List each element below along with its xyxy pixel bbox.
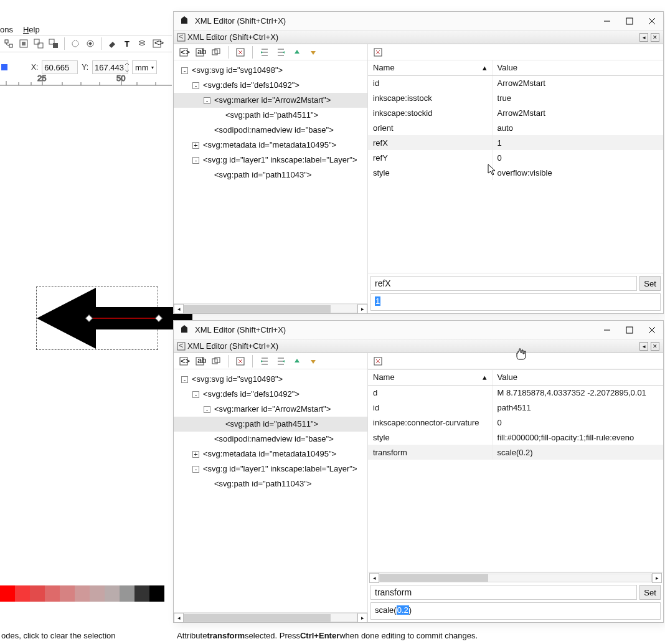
tb-3[interactable]: [47, 37, 60, 50]
tree-hscroll[interactable]: ◂▸: [174, 612, 367, 622]
set-button[interactable]: Set: [639, 276, 661, 291]
swatch[interactable]: [75, 585, 90, 602]
tree-node[interactable]: -<svg:marker id="Arrow2Mstart">: [174, 402, 367, 417]
collapse-icon[interactable]: -: [204, 97, 210, 104]
attr-value-input[interactable]: 1: [370, 293, 661, 311]
panel-collapse-button[interactable]: ◂: [639, 33, 648, 42]
new-node-button[interactable]: <>: [177, 46, 190, 59]
tree-node[interactable]: <sodipodi:namedview id="base">: [174, 432, 367, 447]
tree-node[interactable]: +<svg:metadata id="metadata10495">: [174, 447, 367, 462]
tree-node[interactable]: <svg:path id="path4511">: [174, 108, 367, 123]
swatch[interactable]: [15, 585, 30, 602]
tree-node[interactable]: <svg:path id="path11043">: [174, 476, 367, 491]
attr-row[interactable]: refY0: [368, 150, 663, 165]
collapse-icon[interactable]: -: [192, 391, 199, 398]
swatch[interactable]: [90, 585, 105, 602]
xml-tree[interactable]: -<svg:svg id="svg10498">-<svg:defs id="d…: [174, 60, 367, 303]
maximize-button[interactable]: [623, 324, 636, 336]
tb-xml[interactable]: <>: [151, 37, 163, 50]
attr-table[interactable]: Name▴ Value idArrow2Mstartinkscape:issto…: [368, 60, 663, 273]
main-menu[interactable]: ons Help: [0, 22, 40, 36]
swatch[interactable]: [30, 585, 45, 602]
outdent-button[interactable]: [275, 46, 287, 59]
swatch[interactable]: [0, 585, 15, 602]
tree-node[interactable]: -<svg:defs id="defs10492">: [174, 78, 367, 93]
window-titlebar[interactable]: XML Editor (Shift+Ctrl+X): [174, 12, 663, 31]
del-node-button[interactable]: [234, 46, 247, 59]
swatch[interactable]: [60, 585, 75, 602]
panel-close-button[interactable]: ✕: [651, 342, 659, 351]
move-up-button[interactable]: [291, 46, 303, 59]
tree-node[interactable]: <sodipodi:namedview id="base">: [174, 123, 367, 138]
minimize-button[interactable]: [601, 15, 613, 27]
tb-text[interactable]: T: [121, 37, 133, 50]
attr-value-input[interactable]: scale(0.2): [370, 602, 661, 620]
panel-collapse-button[interactable]: ◂: [639, 342, 648, 351]
collapse-icon[interactable]: -: [181, 376, 188, 383]
attr-row[interactable]: dM 8.7185878,4.0337352 -2.2072895,0.01: [368, 385, 663, 400]
tb-2[interactable]: [32, 37, 45, 50]
collapse-icon[interactable]: -: [204, 406, 210, 413]
attr-row[interactable]: refX1: [368, 135, 663, 150]
new-text-button[interactable]: ab: [194, 355, 206, 367]
swatch[interactable]: [149, 585, 164, 602]
close-button[interactable]: [646, 15, 658, 27]
move-down-button[interactable]: [307, 46, 319, 59]
attr-row[interactable]: idpath4511: [368, 400, 663, 415]
tree-node[interactable]: -<svg:svg id="svg10498">: [174, 63, 367, 78]
swatch[interactable]: [120, 585, 134, 602]
attr-row[interactable]: inkscape:isstocktrue: [368, 90, 663, 105]
del-attr-button[interactable]: [372, 355, 384, 367]
tb-1[interactable]: [17, 37, 30, 50]
attr-name-input[interactable]: [370, 585, 637, 600]
attr-name-input[interactable]: [370, 276, 637, 291]
panel-titlebar[interactable]: < XML Editor (Shift+Ctrl+X) ◂ ✕: [174, 339, 663, 353]
attr-row[interactable]: styleoverflow:visible: [368, 165, 663, 180]
tb-fill[interactable]: [106, 37, 118, 50]
indent-button[interactable]: [258, 46, 271, 59]
attr-row[interactable]: inkscape:stockidArrow2Mstart: [368, 105, 663, 120]
panel-close-button[interactable]: ✕: [651, 33, 659, 42]
swatch[interactable]: [45, 585, 60, 602]
attr-row[interactable]: transformscale(0.2): [368, 445, 663, 460]
attr-hscroll[interactable]: ◂▸: [369, 572, 662, 582]
del-node-button[interactable]: [234, 355, 247, 367]
attr-row[interactable]: inkscape:connector-curvature0: [368, 415, 663, 430]
tree-node[interactable]: <svg:path id="path11043">: [174, 168, 367, 182]
move-down-button[interactable]: [307, 355, 319, 367]
tree-node[interactable]: +<svg:metadata id="metadata10495">: [174, 138, 367, 153]
set-button[interactable]: Set: [639, 585, 661, 600]
tree-node[interactable]: <svg:path id="path4511">: [174, 417, 367, 432]
canvas[interactable]: [0, 87, 172, 585]
new-text-button[interactable]: ab: [194, 46, 206, 59]
tb-layers[interactable]: [136, 37, 148, 50]
tb-a[interactable]: [69, 37, 82, 50]
expand-icon[interactable]: +: [192, 142, 199, 149]
tree-hscroll[interactable]: ◂▸: [174, 303, 367, 313]
tree-node[interactable]: -<svg:g id="layer1" inkscape:label="Laye…: [174, 462, 367, 476]
collapse-icon[interactable]: -: [192, 466, 199, 473]
attr-table[interactable]: Name▴ Value dM 8.7185878,4.0337352 -2.20…: [368, 369, 663, 572]
window-titlebar[interactable]: XML Editor (Shift+Ctrl+X): [174, 321, 663, 339]
close-button[interactable]: [646, 324, 658, 336]
swatch[interactable]: [105, 585, 120, 602]
tree-node[interactable]: -<svg:marker id="Arrow2Mstart">: [174, 93, 367, 108]
tree-node[interactable]: -<svg:g id="layer1" inkscape:label="Laye…: [174, 153, 367, 168]
collapse-icon[interactable]: -: [192, 157, 199, 164]
y-field[interactable]: 167.443: [92, 60, 128, 74]
collapse-icon[interactable]: -: [192, 82, 199, 89]
indent-button[interactable]: [258, 355, 271, 367]
xml-tree[interactable]: -<svg:svg id="svg10498">-<svg:defs id="d…: [174, 369, 367, 612]
outdent-button[interactable]: [275, 355, 287, 367]
expand-icon[interactable]: +: [192, 451, 199, 458]
collapse-icon[interactable]: -: [181, 67, 188, 74]
tb-b[interactable]: [84, 37, 97, 50]
maximize-button[interactable]: [623, 15, 636, 27]
move-up-button[interactable]: [291, 355, 303, 367]
attr-row[interactable]: orientauto: [368, 120, 663, 135]
new-node-button[interactable]: <>: [177, 355, 190, 367]
minimize-button[interactable]: [601, 324, 613, 336]
swatch[interactable]: [134, 585, 149, 602]
selected-object[interactable]: [36, 286, 158, 350]
unit-select[interactable]: mm▾: [132, 60, 157, 74]
